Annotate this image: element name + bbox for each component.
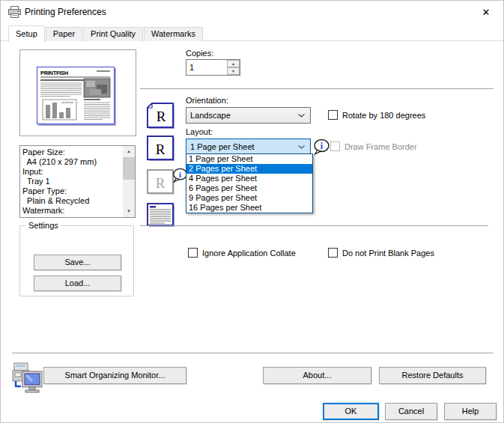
no-blank-pages-checkbox[interactable] xyxy=(328,248,338,258)
preview-page-thumbnail: PRINTFISH xyxy=(37,67,115,124)
rotate-180-checkbox[interactable] xyxy=(328,110,338,120)
info-line-paper-type-label: Paper Type: xyxy=(22,186,121,196)
svg-text:R: R xyxy=(156,175,166,191)
info-line-paper-type-value: Plain & Recycled xyxy=(22,196,121,206)
tab-watermarks[interactable]: Watermarks xyxy=(144,27,203,41)
svg-text:R: R xyxy=(157,109,166,124)
save-button[interactable]: Save... xyxy=(34,255,121,270)
layout-dropdown[interactable]: 1 Page per Sheet xyxy=(186,139,311,155)
load-button[interactable]: Load... xyxy=(34,276,121,291)
info-balloon-icon[interactable]: i xyxy=(313,139,330,157)
close-icon[interactable]: ✕ xyxy=(476,4,496,21)
layout-value: 1 Page per Sheet xyxy=(190,142,255,151)
smart-organizing-monitor-icon xyxy=(10,362,44,396)
info-line-paper-size-label: Paper Size: xyxy=(22,147,121,157)
chevron-down-icon xyxy=(298,114,305,118)
smart-organizing-monitor-button[interactable]: Smart Organizing Monitor... xyxy=(43,367,186,384)
printing-preferences-dialog: Printing Preferences ✕ Setup Paper Print… xyxy=(0,0,504,423)
svg-text:i: i xyxy=(179,170,181,179)
layout-option-1-page[interactable]: 1 Page per Sheet xyxy=(186,154,312,164)
layout-option-4-pages[interactable]: 4 Pages per Sheet xyxy=(186,174,312,183)
layout-option-16-pages[interactable]: 16 Pages per Sheet xyxy=(186,203,312,213)
cancel-button[interactable]: Cancel xyxy=(385,403,437,420)
no-blank-pages-label[interactable]: Do not Print Blank Pages xyxy=(342,249,434,258)
rotate-180-label[interactable]: Rotate by 180 degrees xyxy=(342,111,425,120)
separator xyxy=(12,353,494,353)
scrollbar-thumb[interactable] xyxy=(123,157,135,180)
separator xyxy=(140,88,494,89)
layout-option-2-pages[interactable]: 2 Pages per Sheet xyxy=(186,164,312,174)
draw-frame-border-checkbox xyxy=(330,141,340,151)
about-button[interactable]: About... xyxy=(263,367,371,384)
chevron-down-icon xyxy=(298,145,305,149)
spin-down-icon[interactable]: ▼ xyxy=(227,67,240,75)
title-bar: Printing Preferences ✕ xyxy=(1,1,503,23)
info-line-paper-size-value: A4 (210 x 297 mm) xyxy=(22,157,121,167)
ignore-collate-label[interactable]: Ignore Application Collate xyxy=(202,249,296,258)
help-button[interactable]: Help xyxy=(444,403,497,420)
orientation-dropdown[interactable]: Landscape xyxy=(186,107,311,124)
restore-defaults-button[interactable]: Restore Defaults xyxy=(379,367,486,384)
tab-print-quality[interactable]: Print Quality xyxy=(83,27,143,41)
layout-option-6-pages[interactable]: 6 Pages per Sheet xyxy=(186,183,312,193)
scroll-down-icon[interactable]: ▼ xyxy=(123,206,135,217)
layout-option-9-pages[interactable]: 9 Pages per Sheet xyxy=(186,193,312,203)
tab-strip: Setup Paper Print Quality Watermarks xyxy=(8,25,204,42)
separator xyxy=(140,225,488,226)
info-line-input-label: Input: xyxy=(22,167,121,177)
copies-spinner[interactable]: ▲ ▼ xyxy=(186,59,240,76)
copies-label: Copies: xyxy=(186,49,213,58)
ok-button[interactable]: OK xyxy=(323,403,379,420)
settings-group: Settings Save... Load... xyxy=(19,225,134,296)
orientation-label: Orientation: xyxy=(186,96,228,105)
layout-options-list: 1 Page per Sheet 2 Pages per Sheet 4 Pag… xyxy=(186,153,313,213)
print-preview-panel: PRINTFISH xyxy=(19,49,136,136)
tab-setup[interactable]: Setup xyxy=(8,25,45,42)
info-scrollbar[interactable]: ▲ ▼ xyxy=(123,146,135,217)
ignore-collate-checkbox[interactable] xyxy=(188,248,198,258)
orientation-landscape-icon: R xyxy=(145,101,177,133)
copies-input[interactable] xyxy=(186,60,227,75)
layout-page-icon: R xyxy=(145,134,176,164)
info-line-watermark-label: Watermark: xyxy=(22,206,121,216)
info-line-input-value: Tray 1 xyxy=(22,177,121,186)
draw-frame-border-label: Draw Frame Border xyxy=(344,142,417,151)
settings-group-label: Settings xyxy=(26,221,61,230)
orientation-value: Landscape xyxy=(190,111,231,120)
printer-icon xyxy=(8,6,21,19)
spin-up-icon[interactable]: ▲ xyxy=(227,60,240,67)
layout-label: Layout: xyxy=(186,127,213,136)
paper-summary-panel: Paper Size: A4 (210 x 297 mm) Input: Tra… xyxy=(19,145,136,218)
svg-text:R: R xyxy=(156,141,166,157)
tab-paper[interactable]: Paper xyxy=(46,27,82,41)
scroll-up-icon[interactable]: ▲ xyxy=(123,146,135,157)
preview-masthead: PRINTFISH xyxy=(40,70,68,76)
window-title: Printing Preferences xyxy=(25,7,106,17)
duplex-disabled-icon: R xyxy=(145,168,176,198)
